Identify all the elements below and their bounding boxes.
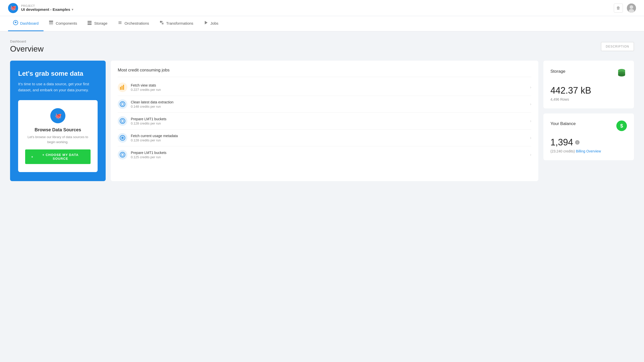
nav-item-components[interactable]: Components bbox=[44, 16, 82, 31]
nav-transformations-label: Transformations bbox=[166, 21, 193, 25]
svg-point-30 bbox=[120, 152, 125, 157]
job-credits-1: 0.148 credits per run bbox=[131, 105, 530, 108]
jobs-card: Most credit consuming jobs Fetch view st… bbox=[111, 61, 538, 181]
jobs-icon bbox=[203, 20, 208, 26]
snowflake-icon bbox=[119, 135, 126, 141]
job-credits-2: 0.128 credits per run bbox=[131, 122, 530, 125]
header: 🐙 Project UI development - Examples ▾ 🗑 bbox=[0, 0, 644, 16]
svg-rect-11 bbox=[88, 22, 92, 23]
job-chevron-1: › bbox=[530, 102, 531, 106]
main-nav: Dashboard Components Storage Orchestrati… bbox=[0, 16, 644, 31]
database-icon bbox=[616, 68, 627, 78]
job-item-4[interactable]: Prepare LMT1 buckets 0.125 credits per r… bbox=[118, 146, 531, 163]
choose-data-source-button[interactable]: + + CHOOSE MY DATA SOURCE bbox=[25, 149, 91, 164]
project-dropdown-icon: ▾ bbox=[72, 8, 73, 11]
balance-sub: (23.240 credits) Billing Overview bbox=[550, 149, 627, 153]
job-info-2: Prepare LMT1 buckets 0.128 credits per r… bbox=[131, 117, 530, 125]
job-chevron-2: › bbox=[530, 119, 531, 123]
right-column: Storage 442.37 kB 4,496 Rows bbox=[543, 61, 634, 181]
job-chevron-4: › bbox=[530, 152, 531, 157]
svg-point-23 bbox=[120, 102, 125, 107]
job-name-4: Prepare LMT1 buckets bbox=[131, 151, 530, 155]
svg-marker-18 bbox=[205, 21, 208, 24]
jobs-divider bbox=[118, 77, 531, 77]
svg-rect-9 bbox=[49, 24, 53, 25]
job-credits-3: 0.128 credits per run bbox=[131, 138, 530, 142]
billing-overview-link[interactable]: Billing Overview bbox=[576, 149, 601, 153]
storage-size: 442.37 kB bbox=[550, 85, 627, 96]
svg-text:🐙: 🐙 bbox=[10, 5, 16, 11]
balance-card: Your Balance $ 1,394 i (23.240 credits) … bbox=[543, 113, 634, 160]
logo-icon: 🐙 bbox=[8, 3, 18, 13]
svg-rect-10 bbox=[88, 21, 92, 22]
dollar-icon: $ bbox=[616, 120, 627, 131]
job-icon-4 bbox=[118, 150, 127, 159]
avatar[interactable] bbox=[627, 4, 636, 13]
transform-icon-1 bbox=[119, 101, 126, 107]
page-title: Overview bbox=[10, 44, 44, 54]
svg-rect-7 bbox=[49, 21, 53, 22]
job-chevron-0: › bbox=[530, 85, 531, 90]
nav-dashboard-label: Dashboard bbox=[20, 21, 38, 25]
storage-db-icon bbox=[616, 68, 627, 79]
job-icon-3 bbox=[118, 133, 127, 143]
transform-icon-2 bbox=[119, 118, 126, 124]
browse-box: 🐙 Browse Data Sources Let's browse our l… bbox=[18, 100, 98, 172]
bar-chart-icon bbox=[119, 84, 126, 90]
plus-icon: + bbox=[31, 155, 33, 159]
nav-item-dashboard[interactable]: Dashboard bbox=[8, 16, 44, 31]
header-left: 🐙 Project UI development - Examples ▾ bbox=[8, 3, 73, 13]
cards-grid: Let's grab some data It's time to use a … bbox=[10, 61, 634, 181]
svg-rect-20 bbox=[120, 87, 121, 90]
job-name-2: Prepare LMT1 buckets bbox=[131, 117, 530, 121]
job-name-3: Fetch current usage metadata bbox=[131, 134, 530, 138]
breadcrumb: Dashboard bbox=[10, 39, 44, 43]
nav-item-jobs[interactable]: Jobs bbox=[198, 16, 223, 31]
svg-point-3 bbox=[630, 5, 633, 9]
job-credits-0: 0.227 credits per run bbox=[131, 88, 530, 92]
balance-card-title: Your Balance bbox=[550, 121, 576, 126]
nav-item-transformations[interactable]: Transformations bbox=[154, 16, 198, 31]
nav-jobs-label: Jobs bbox=[210, 21, 218, 25]
storage-card-title: Storage bbox=[550, 69, 566, 74]
svg-text:🐙: 🐙 bbox=[55, 112, 62, 119]
svg-point-24 bbox=[120, 118, 125, 124]
storage-rows: 4,496 Rows bbox=[550, 97, 627, 101]
nav-item-orchestrations[interactable]: Orchestrations bbox=[112, 16, 154, 31]
transformations-icon bbox=[159, 20, 164, 26]
job-chevron-3: › bbox=[530, 136, 531, 140]
transform-icon-4 bbox=[119, 152, 126, 158]
job-credits-4: 0.125 credits per run bbox=[131, 155, 530, 159]
svg-rect-12 bbox=[88, 24, 92, 25]
page-content: Dashboard Overview DESCRIPTION Let's gra… bbox=[0, 31, 644, 189]
browse-title: Browse Data Sources bbox=[34, 127, 81, 133]
blue-card-title: Let's grab some data bbox=[18, 70, 98, 77]
job-item-3[interactable]: Fetch current usage metadata 0.128 credi… bbox=[118, 130, 531, 146]
octopus-icon: 🐙 bbox=[54, 112, 62, 120]
dashboard-icon bbox=[13, 20, 18, 26]
project-label: Project bbox=[21, 4, 73, 7]
storage-card-header: Storage bbox=[550, 68, 627, 79]
balance-info-icon[interactable]: i bbox=[575, 140, 580, 145]
svg-rect-8 bbox=[49, 22, 53, 24]
balance-amount: 1,394 i bbox=[550, 137, 627, 148]
svg-rect-22 bbox=[123, 85, 124, 90]
svg-rect-17 bbox=[162, 23, 164, 24]
page-heading: Dashboard Overview bbox=[10, 39, 44, 54]
trash-button[interactable]: 🗑 bbox=[614, 4, 623, 13]
job-item-1[interactable]: Clean latest data extraction 0.148 credi… bbox=[118, 96, 531, 113]
nav-item-storage[interactable]: Storage bbox=[82, 16, 112, 31]
jobs-card-title: Most credit consuming jobs bbox=[118, 68, 531, 73]
svg-point-6 bbox=[15, 22, 16, 23]
storage-card: Storage 442.37 kB 4,496 Rows bbox=[543, 61, 634, 108]
svg-rect-16 bbox=[160, 21, 162, 23]
job-item-0[interactable]: Fetch view stats 0.227 credits per run › bbox=[118, 79, 531, 96]
svg-rect-21 bbox=[122, 86, 123, 90]
job-icon-1 bbox=[118, 99, 127, 109]
browse-description: Let's browse our library of data sources… bbox=[25, 135, 91, 144]
description-button[interactable]: DESCRIPTION bbox=[601, 42, 634, 51]
nav-orchestrations-label: Orchestrations bbox=[125, 21, 149, 25]
project-name[interactable]: UI development - Examples ▾ bbox=[21, 7, 73, 12]
job-item-2[interactable]: Prepare LMT1 buckets 0.128 credits per r… bbox=[118, 113, 531, 130]
user-avatar-image bbox=[627, 4, 636, 13]
